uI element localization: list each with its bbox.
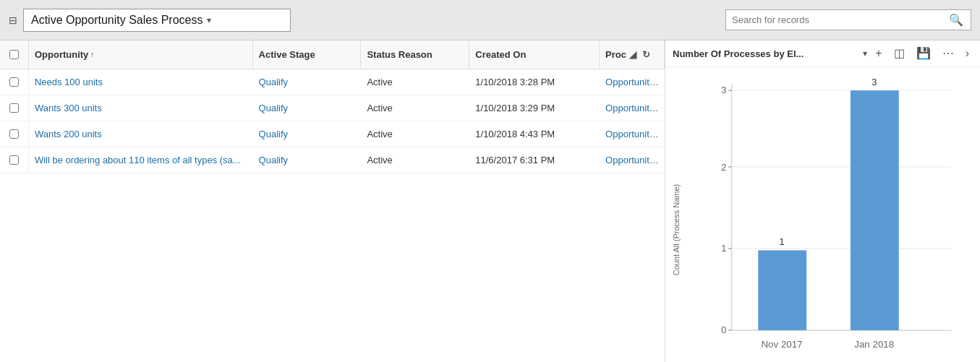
row-check-3[interactable] [0,147,29,173]
opportunity-link-3[interactable]: Will be ordering about 110 items of all … [35,155,241,165]
status-reason-text-0: Active [367,77,392,87]
row-opportunity-2: Wants 200 units [29,121,253,147]
row-process-1: Opportunity Sa [600,95,665,121]
row-checkbox-3[interactable] [9,155,19,165]
chart-title: Number Of Processes by El... [673,48,858,59]
row-opportunity-0: Needs 100 units [29,69,253,95]
chart-save-button[interactable]: 💾 [913,46,934,61]
col-header-status-reason[interactable]: Status Reason [361,40,469,69]
row-opportunity-3: Will be ordering about 110 items of all … [29,147,253,173]
col-header-created-on[interactable]: Created On [469,40,600,69]
row-process-2: Opportunity Sa [600,121,665,147]
search-input[interactable] [732,14,947,25]
main-content: Opportunity ↑ Active Stage Status Reason… [0,40,980,362]
row-opportunity-1: Wants 300 units [29,95,253,121]
row-check-0[interactable] [0,69,29,95]
created-on-text-3: 11/6/2017 6:31 PM [475,155,555,165]
chart-body: Count All (Process Name) 0 1 [665,67,980,362]
row-checkbox-2[interactable] [9,129,19,139]
table-row: Needs 100 units Qualify Active 1/10/2018… [0,69,665,95]
page-title: Active Opportunity Sales Process [31,14,203,27]
bar-chart-svg: 0 1 2 3 [688,74,969,362]
filter-icon[interactable]: ◢ [629,49,636,60]
row-status-reason-0: Active [361,69,469,95]
col-label-status-reason: Status Reason [367,49,432,60]
chart-area: 0 1 2 3 [684,74,976,362]
title-dropdown-arrow[interactable]: ▾ [207,15,211,25]
row-process-0: Opportunity Sa [600,69,665,95]
table-row: Will be ordering about 110 items of all … [0,147,665,173]
svg-text:Jan 2018: Jan 2018 [854,339,894,350]
chart-dropdown-arrow[interactable]: ▾ [863,48,867,59]
col-label-opportunity: Opportunity [35,49,88,60]
chart-add-button[interactable]: + [872,46,885,61]
active-stage-link-0[interactable]: Qualify [259,77,288,87]
row-active-stage-3: Qualify [253,147,362,173]
opportunity-link-2[interactable]: Wants 200 units [35,129,102,139]
col-label-process: Proc [605,49,626,60]
row-active-stage-2: Qualify [253,121,362,147]
bar-jan2018 [851,90,899,330]
row-check-1[interactable] [0,95,29,121]
active-stage-link-1[interactable]: Qualify [259,103,288,113]
row-checkbox-0[interactable] [9,77,19,87]
row-created-on-1: 1/10/2018 3:29 PM [469,95,600,121]
created-on-text-2: 1/10/2018 4:43 PM [475,129,555,139]
process-link-2[interactable]: Opportunity Sa [605,129,659,139]
row-check-2[interactable] [0,121,29,147]
y-axis-label: Count All (Process Name) [668,74,684,362]
process-link-1[interactable]: Opportunity Sa [605,103,659,113]
process-link-3[interactable]: Opportunity Sa [605,155,659,165]
bar-nov2017 [758,250,806,330]
sort-arrow-opportunity: ↑ [90,51,94,59]
chart-header: Number Of Processes by El... ▾ + ◫ 💾 ⋯ › [665,40,980,67]
table-panel: Opportunity ↑ Active Stage Status Reason… [0,40,665,362]
status-reason-text-2: Active [367,129,392,139]
refresh-icon[interactable]: ↻ [642,49,650,60]
opportunity-link-0[interactable]: Needs 100 units [35,77,103,87]
select-all-checkbox[interactable] [9,50,19,59]
row-created-on-2: 1/10/2018 4:43 PM [469,121,600,147]
svg-text:1: 1 [721,243,726,254]
col-label-created-on: Created On [475,49,526,60]
svg-text:Nov 2017: Nov 2017 [761,339,802,350]
col-header-process[interactable]: Proc ◢ ↻ [600,40,665,69]
created-on-text-0: 1/10/2018 3:28 PM [475,77,555,87]
row-status-reason-2: Active [361,121,469,147]
col-label-active-stage: Active Stage [259,49,315,60]
chart-panel: Number Of Processes by El... ▾ + ◫ 💾 ⋯ ›… [665,40,980,362]
row-created-on-3: 11/6/2017 6:31 PM [469,147,600,173]
nav-icon: ⊟ [9,14,17,26]
opportunity-link-1[interactable]: Wants 300 units [35,103,102,113]
search-box[interactable]: 🔍 [725,9,971,30]
select-all-cell[interactable] [0,40,29,69]
chart-more-button[interactable]: ⋯ [939,46,958,61]
table-row: Wants 200 units Qualify Active 1/10/2018… [0,121,665,147]
svg-text:3: 3 [872,77,877,87]
column-header-row: Opportunity ↑ Active Stage Status Reason… [0,40,665,69]
chart-svg-container: 0 1 2 3 [688,74,969,362]
row-active-stage-1: Qualify [253,95,362,121]
active-stage-link-2[interactable]: Qualify [259,129,288,139]
table-row: Wants 300 units Qualify Active 1/10/2018… [0,95,665,121]
active-stage-link-3[interactable]: Qualify [259,155,288,165]
row-checkbox-1[interactable] [9,103,19,113]
status-reason-text-1: Active [367,103,392,113]
svg-text:3: 3 [721,85,726,95]
svg-text:2: 2 [721,162,726,173]
col-header-active-stage[interactable]: Active Stage [253,40,362,69]
status-reason-text-3: Active [367,155,392,165]
process-link-0[interactable]: Opportunity Sa [605,77,659,87]
row-active-stage-0: Qualify [253,69,362,95]
title-box[interactable]: Active Opportunity Sales Process ▾ [23,9,291,32]
row-process-3: Opportunity Sa [600,147,665,173]
table-rows: Needs 100 units Qualify Active 1/10/2018… [0,69,665,173]
svg-text:1: 1 [779,236,784,247]
svg-text:0: 0 [721,324,726,335]
chart-chevron-button[interactable]: › [962,46,973,61]
header-bar: ⊟ Active Opportunity Sales Process ▾ 🔍 [0,0,980,40]
chart-expand-button[interactable]: ◫ [890,46,908,61]
row-status-reason-3: Active [361,147,469,173]
col-header-opportunity[interactable]: Opportunity ↑ [29,40,253,69]
search-button[interactable]: 🔍 [947,13,965,27]
